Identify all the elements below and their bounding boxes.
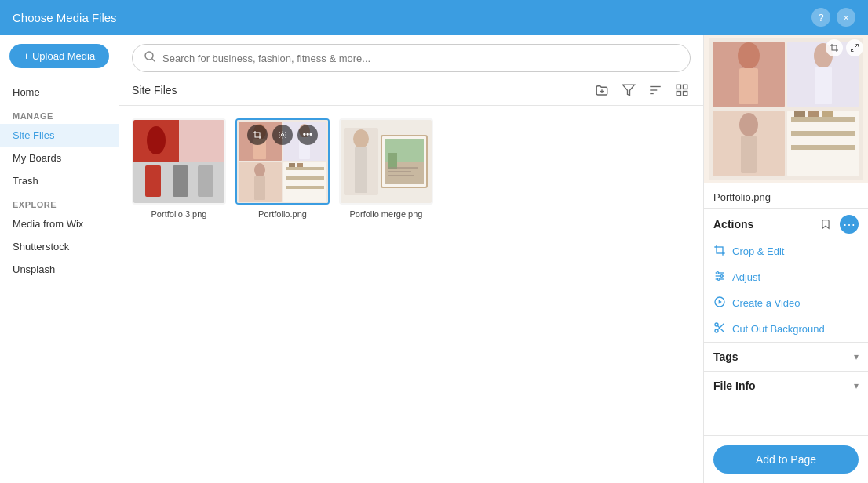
svg-point-74 (720, 275, 723, 278)
svg-rect-62 (791, 145, 855, 150)
sidebar-item-my-boards[interactable]: My Boards (0, 147, 119, 169)
svg-rect-58 (741, 136, 757, 173)
preview-file-title: Portfolio.png (704, 183, 868, 208)
search-bar-container (119, 34, 703, 78)
search-input-wrapper[interactable] (132, 44, 691, 72)
svg-rect-48 (388, 175, 414, 176)
file-name-2: Portfolio.png (258, 209, 307, 219)
svg-point-33 (254, 163, 265, 177)
grid-icon-button[interactable] (673, 82, 691, 99)
sidebar-item-home-label: Home (13, 86, 40, 98)
sidebar-item-unsplash[interactable]: Unsplash (0, 258, 119, 281)
bookmark-button[interactable] (816, 215, 835, 234)
svg-rect-61 (791, 131, 855, 136)
svg-rect-65 (822, 111, 833, 117)
list-item[interactable]: ••• Portfolio.png (235, 118, 330, 219)
actions-section-header: Actions ⋯ (704, 208, 868, 238)
preview-crop-button[interactable] (826, 39, 843, 56)
add-to-page-area: Add to Page (704, 435, 868, 483)
svg-rect-46 (388, 167, 418, 169)
cut-out-action-item[interactable]: Cut Out Background (704, 316, 868, 342)
svg-rect-55 (815, 67, 832, 104)
media-from-wix-label: Media from Wix (13, 218, 83, 230)
svg-rect-35 (255, 133, 260, 137)
svg-rect-60 (791, 117, 855, 122)
svg-rect-63 (794, 111, 805, 117)
svg-point-78 (715, 323, 718, 326)
svg-rect-69 (717, 247, 723, 253)
unsplash-label: Unsplash (13, 263, 55, 275)
svg-rect-40 (355, 147, 367, 193)
svg-point-57 (739, 113, 758, 136)
crop-action-item[interactable]: Crop & Edit (704, 238, 868, 264)
sidebar-item-shutterstock[interactable]: Shutterstock (0, 235, 119, 258)
sidebar-item-home[interactable]: Home (0, 81, 119, 104)
file-thumbnail-1[interactable] (132, 118, 226, 205)
sidebar-item-site-files[interactable]: Site Files (0, 124, 119, 147)
sidebar: + Upload Media Home MANAGE Site Files My… (0, 34, 119, 483)
svg-rect-18 (198, 165, 213, 197)
file-name-3: Porfolio merge.png (350, 209, 423, 219)
adjust-icon (713, 270, 726, 285)
file-grid: Portfolio 3.png (119, 106, 703, 483)
actions-title: Actions (713, 218, 753, 231)
trash-label: Trash (13, 175, 38, 187)
svg-rect-52 (739, 68, 758, 104)
file-info-title: File Info (713, 380, 756, 392)
tags-section[interactable]: Tags ▾ (704, 342, 868, 371)
create-video-action-item[interactable]: Create a Video (704, 290, 868, 316)
svg-rect-16 (145, 165, 161, 197)
cut-out-action-label: Cut Out Background (732, 323, 825, 335)
svg-rect-27 (286, 167, 324, 170)
files-label: Site Files (132, 84, 177, 96)
upload-media-button[interactable]: + Upload Media (9, 44, 109, 68)
main-layout: + Upload Media Home MANAGE Site Files My… (0, 34, 868, 483)
svg-marker-4 (623, 85, 635, 96)
more-actions-button[interactable]: ⋯ (840, 215, 859, 234)
file-info-section[interactable]: File Info ▾ (704, 371, 868, 400)
filter-icon-button[interactable] (620, 82, 637, 99)
folder-add-icon-button[interactable] (593, 82, 611, 99)
create-video-icon (713, 296, 726, 310)
help-button[interactable]: ? (811, 8, 830, 27)
file2-adjust-button[interactable] (272, 125, 293, 145)
search-input[interactable] (162, 53, 679, 64)
file-2-thumb-actions: ••• (237, 125, 328, 145)
sidebar-item-trash[interactable]: Trash (0, 169, 119, 192)
crop-icon (713, 244, 726, 259)
svg-line-68 (852, 49, 855, 52)
sort-icon-button[interactable] (647, 82, 664, 99)
list-item[interactable]: Porfolio merge.png (339, 118, 433, 219)
svg-point-39 (353, 129, 369, 148)
svg-rect-34 (254, 176, 265, 200)
adjust-action-item[interactable]: Adjust (704, 264, 868, 290)
svg-rect-64 (808, 111, 819, 117)
search-icon (144, 50, 156, 66)
file2-more-button[interactable]: ••• (297, 125, 318, 145)
close-button[interactable]: × (837, 8, 855, 27)
sidebar-item-media-from-wix[interactable]: Media from Wix (0, 212, 119, 235)
shutterstock-label: Shutterstock (13, 241, 69, 252)
site-files-label: Site Files (13, 129, 54, 141)
svg-rect-13 (179, 120, 224, 162)
svg-point-75 (717, 278, 720, 281)
svg-rect-45 (388, 153, 397, 169)
svg-line-1 (152, 59, 155, 62)
create-video-action-label: Create a Video (732, 297, 801, 309)
svg-rect-28 (286, 176, 324, 180)
add-to-page-button[interactable]: Add to Page (713, 445, 859, 474)
adjust-action-label: Adjust (732, 271, 760, 283)
preview-image-area (704, 34, 868, 183)
manage-section-label: MANAGE (0, 104, 119, 124)
file2-crop-button[interactable] (247, 125, 268, 145)
preview-expand-button[interactable] (846, 39, 863, 56)
svg-point-14 (147, 126, 166, 154)
file-thumbnail-2[interactable]: ••• (235, 118, 330, 205)
list-item[interactable]: Portfolio 3.png (132, 118, 226, 219)
files-toolbar: Site Files (119, 78, 703, 106)
svg-point-51 (738, 42, 760, 69)
svg-rect-66 (832, 45, 837, 50)
file-thumbnail-3[interactable] (339, 118, 433, 205)
crop-action-label: Crop & Edit (732, 245, 784, 257)
svg-line-67 (855, 45, 859, 48)
